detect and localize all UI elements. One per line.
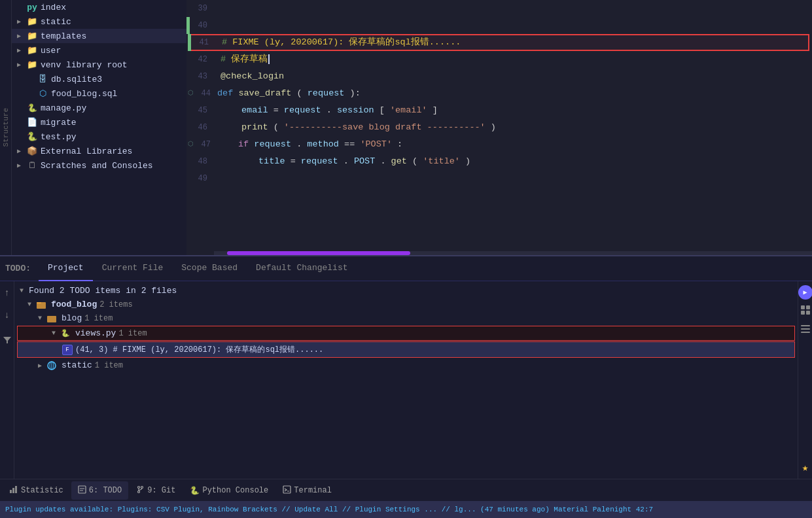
statistic-label: Statistic — [21, 486, 63, 495]
paren: ( — [412, 156, 417, 166]
todo-fixme-item[interactable]: F (41, 3) # FIXME (ly, 20200617): 保存草稿的s… — [17, 341, 795, 358]
paren-close: ) — [491, 122, 496, 132]
paren: ( — [274, 122, 279, 132]
line-content[interactable]: def save_draft ( request ): — [211, 85, 812, 102]
sidebar-item-templates[interactable]: ▶ 📁 templates — [12, 29, 186, 43]
svg-point-22 — [138, 491, 140, 492]
dot: . — [344, 156, 349, 166]
comment-text: # — [221, 54, 226, 64]
structure-tab[interactable]: Structure — [0, 0, 12, 255]
sql-file-icon: ⬡ — [37, 88, 48, 99]
todo-food-blog-folder[interactable]: ▼ food_blog 2 items — [14, 298, 798, 311]
list-icon-btn[interactable] — [800, 324, 811, 337]
code-editor: 39 40 41 # FIXME (ly, 20200617): 保存草稿的sq… — [186, 0, 812, 255]
sidebar-item-food-blog-sql[interactable]: ⬡ food_blog.sql — [12, 86, 186, 101]
scroll-down-button[interactable]: ↓ — [0, 306, 16, 324]
line-content[interactable]: # 保存草稿 — [214, 51, 812, 68]
svg-rect-14 — [10, 490, 12, 493]
arrow-icon: ▶ — [17, 147, 26, 155]
string-title: 'title' — [423, 156, 460, 166]
line-content[interactable]: if request . method == 'POST' : — [211, 136, 812, 153]
stat-icon — [9, 485, 18, 496]
bracket: [ — [380, 105, 385, 115]
sidebar-item-test[interactable]: 🐍 test.py — [12, 130, 186, 144]
svg-rect-10 — [806, 311, 810, 315]
terminal-label: Terminal — [294, 486, 332, 495]
statistic-button[interactable]: Statistic — [3, 481, 70, 500]
paren-close: ): — [350, 88, 361, 98]
folder-icon: 📁 — [26, 30, 38, 42]
sidebar-item-scratches[interactable]: ▶ 🗒 Scratches and Consoles — [12, 158, 186, 173]
todo-panel: TODO: Project Current File Scope Based D… — [0, 255, 812, 481]
scroll-up-button[interactable]: ↑ — [0, 284, 16, 302]
terminal-button[interactable]: Terminal — [276, 481, 338, 500]
git-button[interactable]: 9: Git — [130, 481, 182, 500]
tab-project[interactable]: Project — [39, 256, 93, 281]
file-icon: 📄 — [26, 116, 38, 128]
tool-row: Statistic 6: TODO — [0, 479, 812, 502]
line-content[interactable]: title = request . POST . get ( 'title' ) — [214, 153, 812, 170]
tab-current-file[interactable]: Current File — [93, 256, 173, 281]
todo-root-item[interactable]: ▼ Found 2 TODO items in 2 files — [14, 284, 798, 298]
todo-views-py[interactable]: ▼ 🐍 views.py 1 item — [17, 326, 795, 341]
tab-scope-based[interactable]: Scope Based — [172, 256, 247, 281]
sidebar-item-static[interactable]: ▶ 📁 static — [12, 14, 186, 29]
line-number: 40 — [190, 17, 214, 34]
line-content[interactable]: @check_login — [214, 68, 812, 85]
svg-rect-9 — [801, 311, 805, 315]
cursor — [268, 54, 270, 64]
code-line-42: 42 # 保存草稿 — [186, 51, 812, 68]
python-console-label: Python Console — [202, 486, 268, 495]
todo-tree[interactable]: ▼ Found 2 TODO items in 2 files ▼ food_b… — [14, 281, 798, 481]
todo-label: TODO: — [5, 264, 31, 273]
todo-static-folder[interactable]: ▶ static 1 item — [14, 358, 798, 372]
svg-rect-2 — [37, 302, 41, 303]
decorator-text: @check_login — [221, 71, 284, 81]
sidebar-item-external-libs[interactable]: ▶ 📦 External Libraries — [12, 144, 186, 158]
bracket-close: ] — [432, 105, 438, 115]
blog-label: blog — [62, 313, 82, 323]
structure-tab-label: Structure — [2, 108, 10, 147]
code-line-49: 49 — [186, 170, 812, 187]
star-icon[interactable]: ★ — [802, 461, 809, 474]
line-content[interactable]: email = request . session [ 'email' ] — [214, 102, 812, 119]
dot2: . — [380, 156, 385, 166]
console-icon: 🗒 — [26, 160, 38, 171]
views-py-label: views.py — [75, 328, 116, 338]
line-number: 41 — [191, 34, 215, 51]
grid-icon-btn[interactable] — [800, 305, 811, 319]
todo-blog-folder[interactable]: ▼ blog 1 item — [14, 311, 798, 325]
func-print: print — [241, 122, 268, 132]
todo-button[interactable]: 6: TODO — [71, 481, 128, 500]
svg-point-20 — [138, 486, 140, 488]
line-content[interactable]: # FIXME (ly, 20200617): 保存草稿的sql报错...... — [215, 34, 808, 51]
line-content[interactable]: print ( '----------save blog draft -----… — [214, 119, 812, 136]
arrow-icon: ▶ — [17, 46, 26, 54]
sidebar-item-user[interactable]: ▶ 📁 user — [12, 43, 186, 58]
sidebar-item-index[interactable]: py index — [12, 0, 186, 14]
sidebar-item-venv[interactable]: ▶ 📁 venv library root — [12, 58, 186, 72]
sidebar-item-migrate[interactable]: 📄 migrate — [12, 115, 186, 130]
arrow-icon: ▶ — [17, 61, 26, 69]
run-button[interactable]: ▶ — [798, 285, 813, 300]
keyword-if: if — [238, 139, 254, 149]
folder-static-icon — [47, 361, 59, 370]
svg-rect-8 — [806, 305, 810, 309]
python-console-button[interactable]: 🐍 Python Console — [183, 481, 275, 500]
todo-content: ↑ ↓ ▼ Found 2 TODO items in 2 files ▼ — [0, 281, 812, 481]
post-get: POST — [354, 156, 375, 166]
sidebar-item-label: Scratches and Consoles — [41, 161, 153, 171]
sidebar-item-db[interactable]: 🗄 db.sqlite3 — [12, 72, 186, 86]
svg-rect-17 — [79, 486, 86, 493]
sidebar-item-label: External Libraries — [41, 147, 132, 156]
filter-button[interactable] — [0, 331, 16, 349]
sidebar-templates-label: templates — [41, 31, 86, 41]
bottom-bar: Statistic 6: TODO — [0, 479, 812, 518]
sidebar-item-manage[interactable]: 🐍 manage.py — [12, 101, 186, 115]
folder-icon: 📁 — [26, 44, 38, 56]
string-email: 'email' — [390, 105, 427, 115]
folder-icon: 📁 — [26, 16, 38, 27]
tab-default-changelist[interactable]: Default Changelist — [247, 256, 357, 281]
notification-bar[interactable]: Plugin updates available: Plugins: CSV P… — [0, 501, 812, 518]
string-print: '----------save blog draft ----------' — [284, 122, 485, 132]
